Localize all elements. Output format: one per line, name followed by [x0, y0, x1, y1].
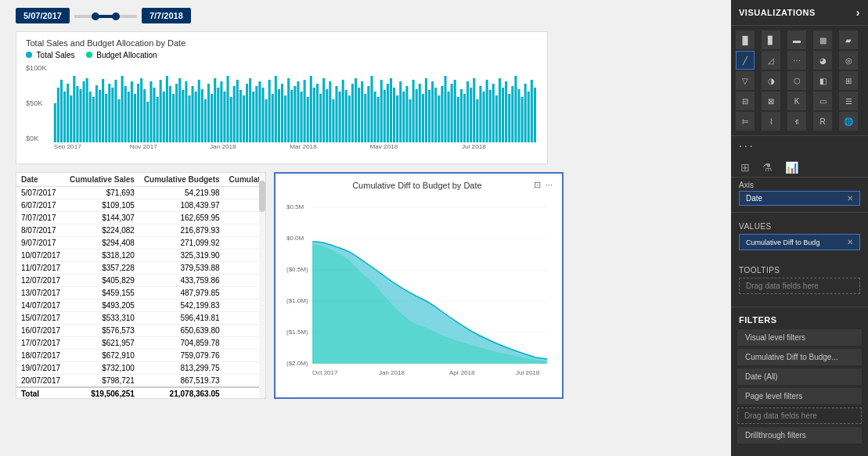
svg-rect-144 — [505, 81, 507, 142]
viz-icon-13[interactable]: ◧ — [813, 71, 832, 90]
svg-rect-29 — [137, 84, 139, 142]
table-cell: $576,573 — [65, 325, 139, 337]
svg-rect-8 — [70, 95, 72, 142]
viz-icon-9[interactable]: ◎ — [839, 51, 858, 70]
more-options-icon[interactable]: ··· — [546, 180, 553, 190]
svg-rect-26 — [128, 92, 130, 142]
viz-icon-17[interactable]: K — [787, 92, 806, 110]
viz-icon-3[interactable]: ▩ — [813, 31, 832, 49]
tab-fields[interactable]: ⊞ — [736, 158, 755, 177]
table-total-cell: Total — [16, 387, 65, 398]
svg-rect-76 — [287, 78, 290, 142]
slicer-slider[interactable] — [74, 15, 137, 18]
svg-rect-33 — [149, 81, 152, 142]
viz-icon-2[interactable]: ▬ — [787, 31, 806, 49]
viz-icon-11[interactable]: ◑ — [762, 71, 780, 90]
svg-rect-72 — [275, 76, 277, 142]
table-total-cell: $19,506,251 — [65, 387, 139, 398]
svg-rect-54 — [217, 88, 219, 142]
scroll-bar[interactable] — [259, 173, 265, 398]
table-cell: 487,979.85 — [139, 287, 225, 300]
svg-rect-102 — [370, 76, 373, 142]
svg-rect-56 — [223, 92, 225, 142]
date-slicer: 5/07/2017 7/7/2018 — [16, 8, 723, 23]
values-field[interactable]: Cumulative Diff to Budg ✕ — [739, 234, 860, 250]
viz-icon-20[interactable]: ⊨ — [736, 112, 755, 131]
date-start[interactable]: 5/07/2017 — [16, 8, 70, 23]
svg-rect-116 — [416, 89, 418, 142]
bottom-chart-icons: ⊡ ··· — [534, 180, 553, 190]
panel-expand-icon[interactable]: › — [856, 6, 860, 19]
filter-item-cumulative[interactable]: Cumulative Diff to Budge... — [737, 349, 862, 365]
table-cell: 867,519.73 — [139, 375, 225, 388]
viz-icon-21[interactable]: ⌇ — [762, 112, 780, 131]
tab-format[interactable]: ⚗ — [758, 158, 777, 177]
table-header-row: Date Cumulative Sales Cumulative Budgets… — [16, 173, 265, 187]
bottom-chart-title-text: Cumulative Diff to Budget by Date — [352, 181, 482, 190]
filter-item-date[interactable]: Date (All) — [737, 368, 862, 385]
svg-rect-86 — [319, 94, 322, 142]
table-cell: $621,957 — [65, 337, 139, 350]
slicer-handle-right[interactable] — [112, 13, 120, 20]
viz-icon-24[interactable]: 🌐 — [839, 112, 858, 131]
svg-rect-11 — [79, 89, 81, 142]
table-cell: 11/07/2017 — [16, 262, 65, 275]
page-level-filters: Page level filters — [737, 388, 862, 404]
svg-rect-6 — [63, 92, 66, 142]
resize-icon[interactable]: ⊡ — [534, 180, 541, 190]
svg-rect-132 — [466, 81, 469, 142]
viz-icon-18[interactable]: ▭ — [813, 92, 832, 110]
svg-rect-79 — [297, 81, 299, 142]
svg-rect-7 — [67, 84, 69, 142]
viz-icon-23[interactable]: R — [813, 112, 832, 131]
svg-rect-142 — [499, 78, 501, 142]
svg-text:Mar 2018: Mar 2018 — [290, 143, 317, 149]
col-header-budgets: Cumulative Budgets — [139, 173, 225, 187]
table-cell: $533,310 — [65, 312, 139, 325]
svg-rect-121 — [431, 81, 434, 142]
table-cell: 596,419.81 — [139, 312, 225, 325]
more-options-dots[interactable]: ··· — [731, 136, 868, 155]
slicer-handle-left[interactable] — [92, 13, 99, 20]
top-chart-svg: $100K $50K $0K — [26, 63, 538, 149]
viz-icon-6[interactable]: ◿ — [762, 51, 780, 70]
svg-text:Jan 2018: Jan 2018 — [379, 369, 405, 376]
viz-icon-1[interactable]: ▊ — [762, 31, 780, 49]
viz-icon-4[interactable]: ▰ — [839, 31, 858, 49]
viz-icon-14[interactable]: ⊞ — [839, 71, 858, 90]
viz-panel-title: VISUALIZATIONS — [739, 8, 816, 17]
svg-text:Jul 2018: Jul 2018 — [516, 369, 540, 376]
viz-icon-19[interactable]: ☰ — [839, 92, 858, 110]
viz-icon-10[interactable]: ▽ — [736, 71, 755, 90]
viz-icon-5[interactable]: ╱ — [736, 51, 755, 70]
svg-rect-65 — [252, 92, 254, 142]
values-close-icon[interactable]: ✕ — [847, 238, 853, 246]
viz-icon-22[interactable]: ꟗ — [787, 112, 806, 131]
svg-rect-150 — [524, 84, 527, 142]
viz-icon-0[interactable]: ▐▌ — [736, 31, 755, 49]
tab-analytics[interactable]: 📊 — [780, 158, 803, 177]
axis-close-icon[interactable]: ✕ — [847, 194, 853, 203]
svg-rect-107 — [387, 84, 389, 142]
svg-rect-148 — [517, 89, 520, 142]
table-cell: $109,105 — [65, 199, 139, 212]
viz-icon-12[interactable]: ⬡ — [787, 71, 806, 90]
viz-icon-8[interactable]: ◕ — [813, 51, 832, 70]
viz-icon-7[interactable]: ⋯ — [787, 51, 806, 70]
svg-rect-52 — [211, 94, 213, 142]
table-cell: $224,082 — [65, 224, 139, 237]
legend-sales: Total Sales — [26, 51, 75, 59]
values-value: Cumulative Diff to Budg — [746, 239, 819, 246]
table-cell: 20/07/2017 — [16, 375, 65, 388]
svg-rect-64 — [249, 78, 251, 142]
viz-icon-16[interactable]: ⊠ — [762, 92, 780, 110]
data-table: Date Cumulative Sales Cumulative Budgets… — [16, 173, 265, 398]
viz-icon-15[interactable]: ⊟ — [736, 92, 755, 110]
svg-rect-67 — [258, 81, 261, 142]
date-end[interactable]: 7/7/2018 — [142, 8, 191, 23]
svg-text:$0.0M: $0.0M — [286, 235, 304, 242]
axis-field[interactable]: Date ✕ — [739, 191, 860, 206]
scroll-thumb[interactable] — [259, 181, 265, 212]
svg-rect-22 — [114, 80, 117, 142]
table-cell: 162,659.95 — [139, 212, 225, 224]
